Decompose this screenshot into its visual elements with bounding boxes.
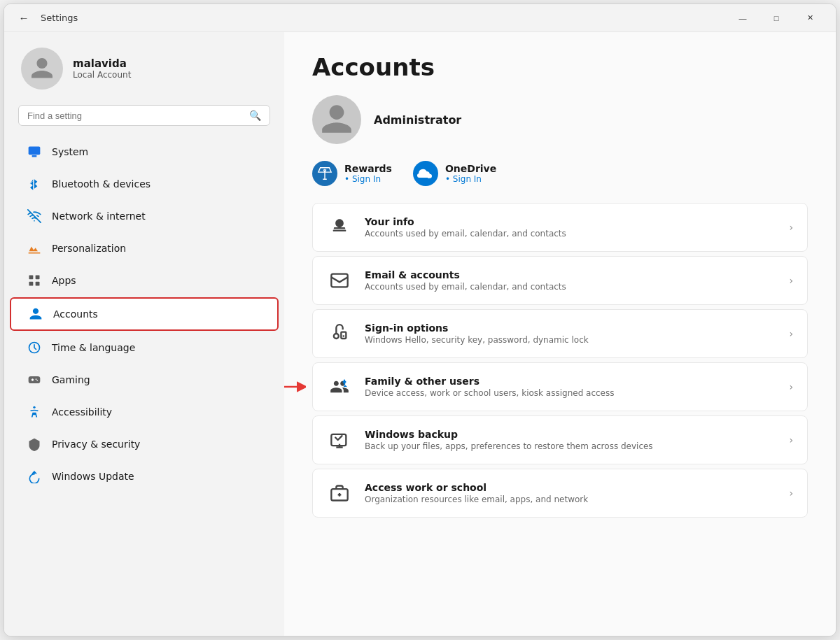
settings-window: ← Settings — □ ✕ malavida Local Account (4, 3, 836, 637)
maximize-button[interactable]: □ (760, 7, 792, 29)
your-info-title: Your info (365, 216, 776, 227)
user-role: Local Account (73, 70, 131, 80)
access-work-text: Access work or school Organization resou… (365, 482, 776, 504)
windows-backup-text: Windows backup Back up your files, apps,… (365, 429, 776, 451)
svg-rect-8 (29, 376, 41, 383)
service-onedrive-status: Sign In (445, 174, 496, 184)
backup-icon (327, 427, 352, 453)
sidebar-item-accessibility[interactable]: Accessibility (10, 397, 279, 427)
family-users-title: Family & other users (365, 376, 776, 387)
sidebar-item-time-label: Time & language (52, 342, 135, 353)
sidebar-item-personalization-label: Personalization (52, 243, 126, 254)
main-area: malavida Local Account 🔍 System (4, 32, 836, 636)
settings-list: Your info Accounts used by email, calend… (312, 203, 808, 518)
service-rewards-status: Sign In (344, 174, 392, 184)
nav-items: System Bluetooth & devices Network & int… (4, 136, 284, 492)
sidebar: malavida Local Account 🔍 System (4, 32, 284, 636)
settings-item-your-info[interactable]: Your info Accounts used by email, calend… (312, 203, 808, 252)
svg-point-11 (36, 378, 37, 380)
search-box[interactable]: 🔍 (18, 105, 270, 126)
titlebar: ← Settings — □ ✕ (4, 4, 836, 32)
svg-point-21 (344, 385, 346, 387)
onedrive-icon (413, 161, 438, 186)
rewards-icon (312, 161, 337, 186)
sidebar-item-privacy[interactable]: Privacy & security (10, 429, 279, 460)
family-users-text: Family & other users Device access, work… (365, 376, 776, 398)
sidebar-item-personalization[interactable]: Personalization (10, 233, 279, 264)
settings-item-email-accounts[interactable]: Email & accounts Accounts used by email,… (312, 256, 808, 305)
your-info-chevron-icon: › (789, 222, 793, 233)
search-icon: 🔍 (249, 110, 261, 121)
sidebar-item-gaming[interactable]: Gaming (10, 364, 279, 395)
sidebar-item-apps-label: Apps (52, 275, 76, 286)
email-accounts-text: Email & accounts Accounts used by email,… (365, 269, 776, 292)
apps-icon (27, 273, 42, 288)
your-info-icon (327, 215, 352, 240)
sidebar-item-time[interactable]: Time & language (10, 332, 279, 363)
family-users-icon (327, 374, 352, 399)
access-work-chevron-icon: › (789, 488, 793, 499)
close-button[interactable]: ✕ (794, 7, 826, 29)
user-section: malavida Local Account (4, 32, 284, 102)
access-work-title: Access work or school (365, 482, 776, 493)
back-button[interactable]: ← (14, 8, 34, 28)
service-onedrive-name: OneDrive (445, 163, 496, 174)
svg-rect-16 (331, 274, 347, 287)
service-rewards[interactable]: Rewards Sign In (312, 161, 392, 186)
user-avatar-icon (29, 56, 55, 81)
user-name: malavida (73, 57, 131, 70)
sidebar-item-accessibility-label: Accessibility (52, 406, 112, 418)
search-input[interactable] (27, 111, 244, 121)
settings-item-access-work[interactable]: Access work or school Organization resou… (312, 469, 808, 518)
svg-rect-15 (333, 230, 346, 232)
red-arrow-icon (284, 378, 306, 395)
arrow-indicator (284, 378, 306, 395)
sidebar-item-apps[interactable]: Apps (10, 265, 279, 296)
minimize-button[interactable]: — (727, 7, 759, 29)
your-info-desc: Accounts used by email, calendar, and co… (365, 229, 776, 239)
family-users-desc: Device access, work or school users, kio… (365, 388, 776, 398)
windows-backup-chevron-icon: › (789, 434, 793, 446)
sidebar-item-accounts[interactable]: Accounts (10, 297, 279, 331)
svg-rect-6 (36, 282, 40, 286)
signin-icon (327, 321, 352, 346)
signin-options-title: Sign-in options (365, 322, 776, 334)
account-name: Administrator (374, 113, 461, 127)
update-icon (27, 469, 42, 484)
svg-rect-18 (341, 332, 346, 339)
email-accounts-chevron-icon: › (789, 275, 793, 286)
account-header: Administrator (312, 95, 808, 144)
sidebar-item-system[interactable]: System (10, 136, 279, 167)
service-rewards-name: Rewards (344, 163, 392, 174)
sidebar-item-network-label: Network & internet (52, 211, 146, 222)
sidebar-item-bluetooth-label: Bluetooth & devices (52, 178, 150, 190)
sidebar-item-update-label: Windows Update (52, 471, 134, 482)
sidebar-item-bluetooth[interactable]: Bluetooth & devices (10, 169, 279, 199)
access-work-desc: Organization resources like email, apps,… (365, 495, 776, 504)
service-onedrive-info: OneDrive Sign In (445, 163, 496, 184)
settings-item-windows-backup[interactable]: Windows backup Back up your files, apps,… (312, 415, 808, 464)
avatar (21, 48, 63, 90)
system-icon (27, 144, 42, 159)
sidebar-item-update[interactable]: Windows Update (10, 461, 279, 492)
svg-rect-4 (36, 276, 40, 280)
family-users-chevron-icon: › (789, 381, 793, 392)
page-title: Accounts (312, 53, 808, 81)
settings-item-signin-options[interactable]: Sign-in options Windows Hello, security … (312, 309, 808, 358)
signin-options-desc: Windows Hello, security key, password, d… (365, 335, 776, 345)
windows-backup-title: Windows backup (365, 429, 776, 440)
signin-options-chevron-icon: › (789, 328, 793, 339)
settings-item-family-users[interactable]: Family & other users Device access, work… (312, 362, 808, 411)
time-icon (27, 340, 42, 355)
svg-point-12 (36, 380, 38, 381)
email-accounts-title: Email & accounts (365, 269, 776, 280)
service-onedrive[interactable]: OneDrive Sign In (413, 161, 496, 186)
sidebar-item-network[interactable]: Network & internet (10, 201, 279, 232)
signin-options-text: Sign-in options Windows Hello, security … (365, 322, 776, 345)
services-row: Rewards Sign In OneDrive Sign In (312, 161, 808, 186)
titlebar-left: ← Settings (14, 8, 727, 28)
user-info: malavida Local Account (73, 57, 131, 80)
windows-backup-desc: Back up your files, apps, preferences to… (365, 441, 776, 451)
accounts-icon (28, 306, 43, 322)
account-avatar (312, 95, 361, 144)
